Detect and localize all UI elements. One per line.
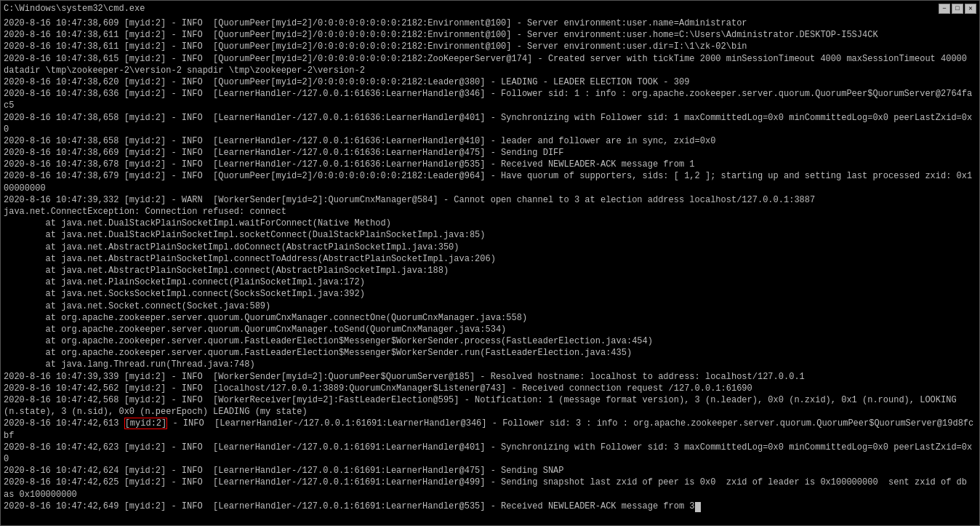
console-line: 2020-8-16 10:47:42,623 [myid:2] - INFO [… [4, 442, 976, 465]
maximize-button[interactable]: □ [952, 4, 963, 14]
console-line: at java.net.DualStackPlainSocketImpl.wai… [4, 218, 976, 229]
console-line: 2020-8-16 10:47:39,339 [myid:2] - INFO [… [4, 371, 976, 383]
console-line: 2020-8-16 10:47:42,568 [myid:2] - INFO [… [4, 394, 976, 418]
console-line: 2020-8-16 10:47:38,658 [myid:2] - INFO [… [4, 135, 976, 147]
console-line: 2020-8-16 10:47:38,678 [myid:2] - INFO [… [4, 159, 976, 170]
console-line: at java.net.PlainSocketImpl.connect(Plai… [4, 276, 976, 288]
console-line: at java.net.DualStackPlainSocketImpl.soc… [4, 229, 976, 241]
console-line: 2020-8-16 10:47:42,613 [myid:2] - INFO [… [4, 418, 976, 441]
console-line: at org.apache.zookeeper.server.quorum.Qu… [4, 324, 976, 335]
window-title: C:\Windows\system32\cmd.exe [4, 4, 145, 14]
cmd-window: C:\Windows\system32\cmd.exe − □ ✕ 2020-8… [0, 0, 980, 526]
console-output: 2020-8-16 10:47:38,609 [myid:2] - INFO [… [0, 16, 980, 526]
console-line: 2020-8-16 10:47:38,611 [myid:2] - INFO [… [4, 29, 976, 41]
console-line: 2020-8-16 10:47:38,636 [myid:2] - INFO [… [4, 88, 976, 111]
close-button[interactable]: ✕ [965, 4, 976, 14]
console-line: java.net.ConnectException: Connection re… [4, 206, 976, 218]
minimize-button[interactable]: − [939, 4, 950, 14]
console-line: 2020-8-16 10:47:42,649 [myid:2] - INFO [… [4, 501, 976, 512]
console-line: at org.apache.zookeeper.server.quorum.Qu… [4, 312, 976, 324]
console-line: at java.net.AbstractPlainSocketImpl.conn… [4, 265, 976, 276]
console-line: 2020-8-16 10:47:38,615 [myid:2] - INFO [… [4, 53, 976, 76]
title-bar: C:\Windows\system32\cmd.exe − □ ✕ [0, 0, 980, 16]
console-line: at java.net.AbstractPlainSocketImpl.conn… [4, 253, 976, 265]
console-line: 2020-8-16 10:47:39,332 [myid:2] - WARN [… [4, 194, 976, 206]
console-line: 2020-8-16 10:47:38,611 [myid:2] - INFO [… [4, 41, 976, 52]
console-line: at java.net.Socket.connect(Socket.java:5… [4, 300, 976, 312]
console-line: at java.lang.Thread.run(Thread.java:748) [4, 359, 976, 370]
console-line: 2020-8-16 10:47:42,625 [myid:2] - INFO [… [4, 477, 976, 500]
console-line: 2020-8-16 10:47:38,658 [myid:2] - INFO [… [4, 112, 976, 135]
console-line: 2020-8-16 10:47:42,562 [myid:2] - INFO [… [4, 383, 976, 394]
window-controls: − □ ✕ [939, 4, 976, 14]
highlighted-text: [myid:2] [124, 418, 168, 429]
cursor [695, 502, 701, 512]
console-line: 2020-8-16 10:47:38,620 [myid:2] - INFO [… [4, 76, 976, 88]
console-line: at org.apache.zookeeper.server.quorum.Fa… [4, 335, 976, 347]
console-line: at java.net.AbstractPlainSocketImpl.doCo… [4, 242, 976, 253]
console-line: 2020-8-16 10:47:38,669 [myid:2] - INFO [… [4, 147, 976, 159]
console-line: at java.net.SocksSocketImpl.connect(Sock… [4, 288, 976, 300]
console-line: 2020-8-16 10:47:42,624 [myid:2] - INFO [… [4, 465, 976, 477]
console-line: at org.apache.zookeeper.server.quorum.Fa… [4, 347, 976, 359]
console-line: 2020-8-16 10:47:38,679 [myid:2] - INFO [… [4, 170, 976, 194]
console-line: 2020-8-16 10:47:38,609 [myid:2] - INFO [… [4, 17, 976, 29]
